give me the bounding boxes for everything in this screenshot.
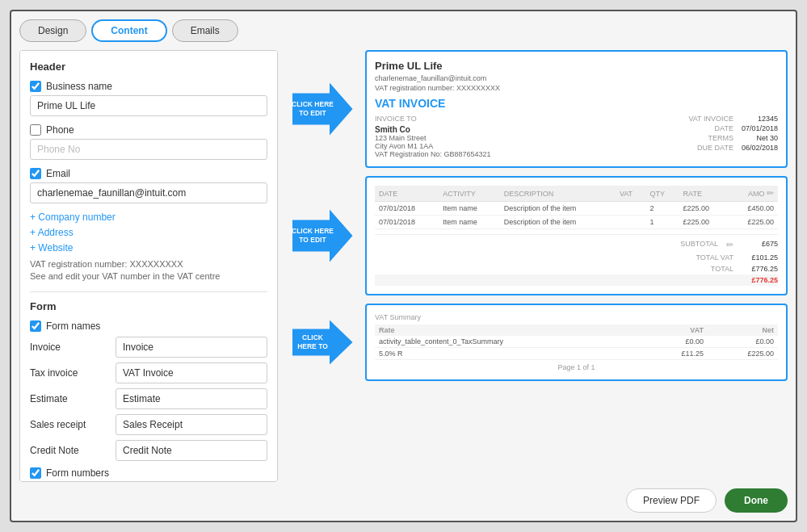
- tax-row2-rate: 5.0% R: [375, 348, 645, 360]
- phone-label: Phone: [46, 124, 74, 136]
- invoice-contact-email: charlenemae_faunillan@intuit.com: [375, 74, 778, 82]
- middle-preview-row: CLICK HERE TO EDIT DATE ACTIVITY DESCRIP…: [286, 176, 788, 295]
- invoice-company: Prime UL Life: [375, 60, 778, 72]
- total-label: TOTAL: [711, 265, 733, 273]
- th-activity: ACTIVITY: [439, 186, 500, 202]
- tab-design[interactable]: Design: [19, 19, 86, 42]
- form-numbers-section: Form numbers Use custom transaction numb…: [30, 467, 267, 482]
- business-name-label: Business name: [46, 81, 112, 92]
- top-preview-row: CLICK HERE TO EDIT Prime UL Life charlen…: [286, 50, 788, 168]
- grand-total-row: £776.25: [375, 274, 778, 286]
- th-rate: RATE: [679, 186, 729, 202]
- subtotal-edit-icon[interactable]: ✏: [726, 240, 733, 250]
- row2-description: Description of the item: [500, 216, 616, 229]
- meta-date-label: DATE: [688, 124, 733, 132]
- business-name-checkbox[interactable]: [30, 81, 41, 92]
- invoice-detail-row: INVOICE TO Smith Co 123 Main Street City…: [375, 115, 778, 158]
- form-credit-note-label: Credit Note: [30, 445, 111, 456]
- subtotal-row: SUBTOTAL ✏ £675: [375, 238, 778, 252]
- tax-row1-rate: activity_table_content_0_TaxSummary: [375, 336, 645, 348]
- meta-terms-value: Net 30: [742, 134, 778, 142]
- arrow-3-container: CLICK HERE TO: [286, 320, 359, 365]
- row1-date: 07/01/2018: [375, 202, 439, 216]
- client-vat: VAT Registration No: GB887654321: [375, 150, 688, 158]
- tax-th-rate: Rate: [375, 325, 645, 336]
- table-edit-icon[interactable]: ✏: [767, 188, 774, 198]
- email-label: Email: [46, 168, 70, 179]
- total-vat-row: TOTAL VAT £101.25: [375, 252, 778, 263]
- phone-input[interactable]: [30, 139, 267, 160]
- left-panel: Header Business name Phone: [19, 50, 278, 482]
- address-link[interactable]: + Address: [30, 227, 267, 238]
- done-button[interactable]: Done: [725, 488, 788, 513]
- phone-group: Phone: [30, 124, 267, 160]
- tax-row2-net: £225.00: [708, 348, 778, 360]
- click-here-arrow-1[interactable]: CLICK HERE TO EDIT: [292, 83, 353, 136]
- table-row-2: 07/01/2018 Item name Description of the …: [375, 216, 778, 229]
- form-section-title: Form: [30, 300, 267, 312]
- form-credit-note-input[interactable]: [116, 440, 267, 461]
- phone-checkbox[interactable]: [30, 124, 41, 136]
- website-link[interactable]: + Website: [30, 242, 267, 253]
- form-invoice-input[interactable]: [116, 337, 267, 358]
- table-row-1: 07/01/2018 Item name Description of the …: [375, 202, 778, 216]
- form-names-checkbox[interactable]: [30, 320, 41, 332]
- page-note: Page 1 of 1: [375, 363, 778, 371]
- arrow-2-container: CLICK HERE TO EDIT: [286, 210, 359, 262]
- meta-date-value: 07/01/2018: [742, 124, 778, 132]
- tab-emails[interactable]: Emails: [172, 19, 238, 42]
- bottom-preview-row: CLICK HERE TO VAT Summary Rate VAT Net: [286, 304, 788, 381]
- vat-note: VAT registration number: XXXXXXXXX See a…: [30, 258, 267, 283]
- row1-vat: [616, 202, 646, 216]
- tax-summary-header: VAT Summary: [375, 313, 778, 321]
- row2-vat: [616, 216, 646, 229]
- form-estimate-label: Estimate: [30, 393, 111, 404]
- preview-pdf-button[interactable]: Preview PDF: [626, 488, 717, 513]
- email-input[interactable]: [30, 182, 267, 203]
- line-items-table: DATE ACTIVITY DESCRIPTION VAT QTY RATE A…: [375, 186, 778, 229]
- business-name-input[interactable]: [30, 95, 267, 116]
- subtotal-label: SUBTOTAL: [680, 240, 718, 250]
- th-description: DESCRIPTION: [500, 186, 616, 202]
- form-tax-invoice-input[interactable]: [116, 362, 267, 383]
- email-checkbox[interactable]: [30, 168, 41, 179]
- company-number-link[interactable]: + Company number: [30, 212, 267, 223]
- main-container: Design Content Emails Header Business na…: [10, 10, 797, 522]
- row1-description: Description of the item: [500, 202, 616, 216]
- click-here-arrow-2[interactable]: CLICK HERE TO EDIT: [292, 210, 353, 262]
- form-tax-invoice-label: Tax invoice: [30, 367, 111, 379]
- tax-row-1: activity_table_content_0_TaxSummary £0.0…: [375, 336, 778, 348]
- subtotal-value: £675: [742, 240, 778, 250]
- meta-terms-label: TERMS: [688, 134, 733, 142]
- form-names-label: Form names: [46, 320, 100, 332]
- invoice-to-block: INVOICE TO Smith Co 123 Main Street City…: [375, 115, 688, 158]
- business-name-group: Business name: [30, 81, 267, 116]
- meta-vat-invoice-value: 12345: [742, 115, 778, 123]
- tab-content[interactable]: Content: [91, 19, 166, 42]
- tax-row1-net: £0.00: [708, 336, 778, 348]
- form-names-row: Form names: [30, 320, 267, 332]
- form-invoice-label: Invoice: [30, 341, 111, 353]
- tax-row-2: 5.0% R £11.25 £225.00: [375, 348, 778, 360]
- client-name: Smith Co: [375, 125, 688, 134]
- tax-summary-preview-box: VAT Summary Rate VAT Net activity_table_…: [365, 304, 788, 381]
- invoice-meta-block: VAT INVOICE 12345 DATE 07/01/2018 TERMS …: [688, 115, 778, 158]
- tabs-row: Design Content Emails: [19, 19, 788, 42]
- meta-due-date-label: DUE DATE: [688, 144, 733, 152]
- row1-amount: £450.00: [729, 202, 778, 216]
- form-estimate-input[interactable]: [116, 388, 267, 409]
- invoice-vat-reg: VAT registration number: XXXXXXXXX: [375, 84, 778, 92]
- form-numbers-checkbox[interactable]: [30, 467, 41, 479]
- total-vat-label: TOTAL VAT: [696, 253, 733, 262]
- th-amount: AMO ✏: [729, 186, 778, 202]
- right-panel: CLICK HERE TO EDIT Prime UL Life charlen…: [286, 50, 788, 482]
- invoice-vat-title: VAT INVOICE: [375, 97, 778, 110]
- row2-activity: Item name: [439, 216, 500, 229]
- row1-qty: 2: [646, 202, 679, 216]
- header-preview-box: Prime UL Life charlenemae_faunillan@intu…: [365, 50, 788, 168]
- arrow-1-container: CLICK HERE TO EDIT: [286, 83, 359, 136]
- th-qty: QTY: [646, 186, 679, 202]
- form-sales-receipt-input[interactable]: [116, 414, 267, 435]
- form-numbers-label: Form numbers: [46, 467, 109, 479]
- click-here-arrow-3[interactable]: CLICK HERE TO: [292, 320, 353, 365]
